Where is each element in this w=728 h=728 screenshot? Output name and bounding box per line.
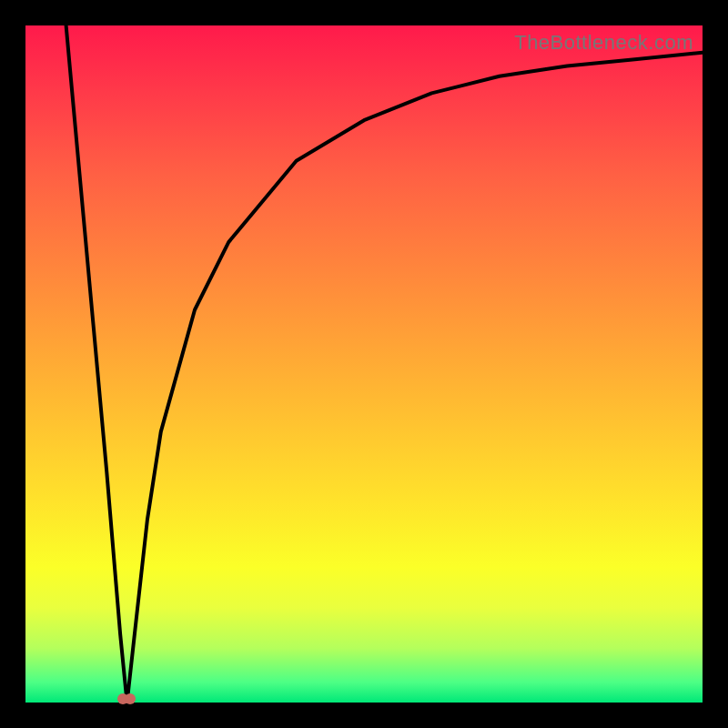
bottleneck-curve <box>25 25 703 703</box>
chart-frame: TheBottleneck.com <box>0 0 728 728</box>
curve-path <box>66 25 703 703</box>
plot-area: TheBottleneck.com <box>25 25 703 703</box>
